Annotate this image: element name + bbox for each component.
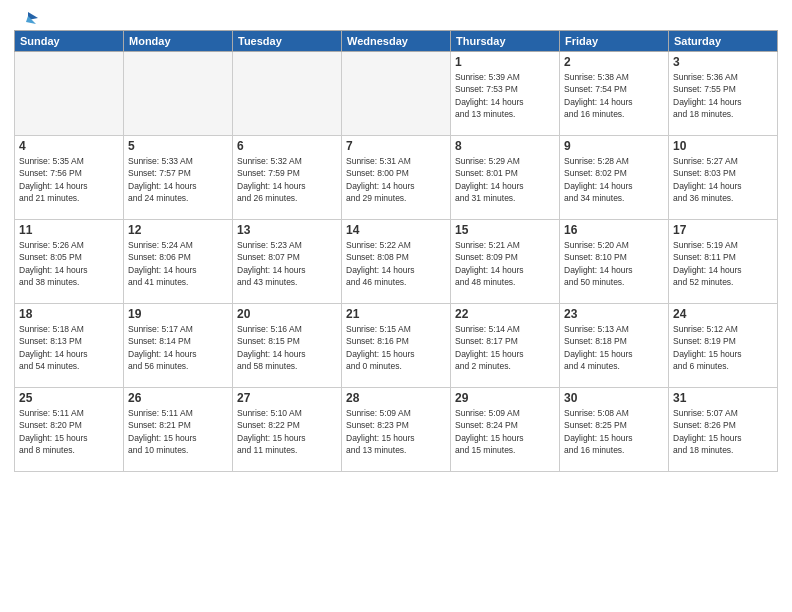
calendar-cell xyxy=(233,52,342,136)
day-info: Sunrise: 5:31 AM Sunset: 8:00 PM Dayligh… xyxy=(346,155,446,204)
day-info: Sunrise: 5:16 AM Sunset: 8:15 PM Dayligh… xyxy=(237,323,337,372)
calendar-cell: 14Sunrise: 5:22 AM Sunset: 8:08 PM Dayli… xyxy=(342,220,451,304)
calendar-cell: 10Sunrise: 5:27 AM Sunset: 8:03 PM Dayli… xyxy=(669,136,778,220)
calendar-week-row: 4Sunrise: 5:35 AM Sunset: 7:56 PM Daylig… xyxy=(15,136,778,220)
weekday-header-monday: Monday xyxy=(124,31,233,52)
calendar-cell: 2Sunrise: 5:38 AM Sunset: 7:54 PM Daylig… xyxy=(560,52,669,136)
calendar-cell: 23Sunrise: 5:13 AM Sunset: 8:18 PM Dayli… xyxy=(560,304,669,388)
day-number: 17 xyxy=(673,223,773,237)
day-info: Sunrise: 5:23 AM Sunset: 8:07 PM Dayligh… xyxy=(237,239,337,288)
day-number: 7 xyxy=(346,139,446,153)
calendar-cell: 8Sunrise: 5:29 AM Sunset: 8:01 PM Daylig… xyxy=(451,136,560,220)
day-info: Sunrise: 5:32 AM Sunset: 7:59 PM Dayligh… xyxy=(237,155,337,204)
day-number: 13 xyxy=(237,223,337,237)
day-info: Sunrise: 5:13 AM Sunset: 8:18 PM Dayligh… xyxy=(564,323,664,372)
logo xyxy=(14,10,38,24)
calendar-cell: 28Sunrise: 5:09 AM Sunset: 8:23 PM Dayli… xyxy=(342,388,451,472)
day-number: 24 xyxy=(673,307,773,321)
day-number: 4 xyxy=(19,139,119,153)
weekday-header-saturday: Saturday xyxy=(669,31,778,52)
weekday-header-thursday: Thursday xyxy=(451,31,560,52)
calendar-cell: 3Sunrise: 5:36 AM Sunset: 7:55 PM Daylig… xyxy=(669,52,778,136)
weekday-header-sunday: Sunday xyxy=(15,31,124,52)
day-info: Sunrise: 5:38 AM Sunset: 7:54 PM Dayligh… xyxy=(564,71,664,120)
calendar-cell: 22Sunrise: 5:14 AM Sunset: 8:17 PM Dayli… xyxy=(451,304,560,388)
day-info: Sunrise: 5:09 AM Sunset: 8:23 PM Dayligh… xyxy=(346,407,446,456)
calendar-cell: 21Sunrise: 5:15 AM Sunset: 8:16 PM Dayli… xyxy=(342,304,451,388)
calendar-cell: 30Sunrise: 5:08 AM Sunset: 8:25 PM Dayli… xyxy=(560,388,669,472)
day-number: 18 xyxy=(19,307,119,321)
calendar-cell: 26Sunrise: 5:11 AM Sunset: 8:21 PM Dayli… xyxy=(124,388,233,472)
day-number: 20 xyxy=(237,307,337,321)
day-number: 1 xyxy=(455,55,555,69)
calendar-cell: 29Sunrise: 5:09 AM Sunset: 8:24 PM Dayli… xyxy=(451,388,560,472)
calendar-cell: 9Sunrise: 5:28 AM Sunset: 8:02 PM Daylig… xyxy=(560,136,669,220)
day-info: Sunrise: 5:28 AM Sunset: 8:02 PM Dayligh… xyxy=(564,155,664,204)
calendar-cell: 4Sunrise: 5:35 AM Sunset: 7:56 PM Daylig… xyxy=(15,136,124,220)
day-number: 25 xyxy=(19,391,119,405)
weekday-header-row: SundayMondayTuesdayWednesdayThursdayFrid… xyxy=(15,31,778,52)
calendar-cell: 13Sunrise: 5:23 AM Sunset: 8:07 PM Dayli… xyxy=(233,220,342,304)
day-info: Sunrise: 5:39 AM Sunset: 7:53 PM Dayligh… xyxy=(455,71,555,120)
day-number: 12 xyxy=(128,223,228,237)
day-number: 26 xyxy=(128,391,228,405)
day-number: 6 xyxy=(237,139,337,153)
day-number: 30 xyxy=(564,391,664,405)
day-number: 14 xyxy=(346,223,446,237)
weekday-header-wednesday: Wednesday xyxy=(342,31,451,52)
day-number: 31 xyxy=(673,391,773,405)
day-info: Sunrise: 5:26 AM Sunset: 8:05 PM Dayligh… xyxy=(19,239,119,288)
calendar-cell: 11Sunrise: 5:26 AM Sunset: 8:05 PM Dayli… xyxy=(15,220,124,304)
day-info: Sunrise: 5:09 AM Sunset: 8:24 PM Dayligh… xyxy=(455,407,555,456)
day-number: 5 xyxy=(128,139,228,153)
day-info: Sunrise: 5:36 AM Sunset: 7:55 PM Dayligh… xyxy=(673,71,773,120)
day-info: Sunrise: 5:33 AM Sunset: 7:57 PM Dayligh… xyxy=(128,155,228,204)
calendar-cell: 20Sunrise: 5:16 AM Sunset: 8:15 PM Dayli… xyxy=(233,304,342,388)
calendar-cell xyxy=(124,52,233,136)
day-info: Sunrise: 5:11 AM Sunset: 8:20 PM Dayligh… xyxy=(19,407,119,456)
calendar-week-row: 25Sunrise: 5:11 AM Sunset: 8:20 PM Dayli… xyxy=(15,388,778,472)
day-number: 9 xyxy=(564,139,664,153)
calendar-cell xyxy=(342,52,451,136)
day-number: 19 xyxy=(128,307,228,321)
calendar-week-row: 1Sunrise: 5:39 AM Sunset: 7:53 PM Daylig… xyxy=(15,52,778,136)
day-number: 22 xyxy=(455,307,555,321)
day-number: 16 xyxy=(564,223,664,237)
day-number: 8 xyxy=(455,139,555,153)
calendar-cell xyxy=(15,52,124,136)
calendar-cell: 12Sunrise: 5:24 AM Sunset: 8:06 PM Dayli… xyxy=(124,220,233,304)
calendar-cell: 18Sunrise: 5:18 AM Sunset: 8:13 PM Dayli… xyxy=(15,304,124,388)
day-info: Sunrise: 5:10 AM Sunset: 8:22 PM Dayligh… xyxy=(237,407,337,456)
weekday-header-tuesday: Tuesday xyxy=(233,31,342,52)
day-info: Sunrise: 5:08 AM Sunset: 8:25 PM Dayligh… xyxy=(564,407,664,456)
day-info: Sunrise: 5:18 AM Sunset: 8:13 PM Dayligh… xyxy=(19,323,119,372)
calendar-cell: 6Sunrise: 5:32 AM Sunset: 7:59 PM Daylig… xyxy=(233,136,342,220)
calendar-cell: 7Sunrise: 5:31 AM Sunset: 8:00 PM Daylig… xyxy=(342,136,451,220)
day-info: Sunrise: 5:22 AM Sunset: 8:08 PM Dayligh… xyxy=(346,239,446,288)
day-info: Sunrise: 5:35 AM Sunset: 7:56 PM Dayligh… xyxy=(19,155,119,204)
day-number: 2 xyxy=(564,55,664,69)
calendar-cell: 24Sunrise: 5:12 AM Sunset: 8:19 PM Dayli… xyxy=(669,304,778,388)
page: SundayMondayTuesdayWednesdayThursdayFrid… xyxy=(0,0,792,612)
day-info: Sunrise: 5:29 AM Sunset: 8:01 PM Dayligh… xyxy=(455,155,555,204)
day-number: 21 xyxy=(346,307,446,321)
day-info: Sunrise: 5:12 AM Sunset: 8:19 PM Dayligh… xyxy=(673,323,773,372)
day-number: 3 xyxy=(673,55,773,69)
calendar-week-row: 11Sunrise: 5:26 AM Sunset: 8:05 PM Dayli… xyxy=(15,220,778,304)
header xyxy=(14,10,778,24)
day-number: 29 xyxy=(455,391,555,405)
day-number: 15 xyxy=(455,223,555,237)
calendar-week-row: 18Sunrise: 5:18 AM Sunset: 8:13 PM Dayli… xyxy=(15,304,778,388)
calendar-cell: 25Sunrise: 5:11 AM Sunset: 8:20 PM Dayli… xyxy=(15,388,124,472)
day-info: Sunrise: 5:27 AM Sunset: 8:03 PM Dayligh… xyxy=(673,155,773,204)
day-number: 10 xyxy=(673,139,773,153)
calendar-cell: 15Sunrise: 5:21 AM Sunset: 8:09 PM Dayli… xyxy=(451,220,560,304)
day-number: 28 xyxy=(346,391,446,405)
day-info: Sunrise: 5:17 AM Sunset: 8:14 PM Dayligh… xyxy=(128,323,228,372)
calendar-cell: 1Sunrise: 5:39 AM Sunset: 7:53 PM Daylig… xyxy=(451,52,560,136)
calendar-cell: 16Sunrise: 5:20 AM Sunset: 8:10 PM Dayli… xyxy=(560,220,669,304)
logo-bird-icon xyxy=(16,10,38,28)
day-number: 27 xyxy=(237,391,337,405)
day-info: Sunrise: 5:21 AM Sunset: 8:09 PM Dayligh… xyxy=(455,239,555,288)
day-info: Sunrise: 5:14 AM Sunset: 8:17 PM Dayligh… xyxy=(455,323,555,372)
